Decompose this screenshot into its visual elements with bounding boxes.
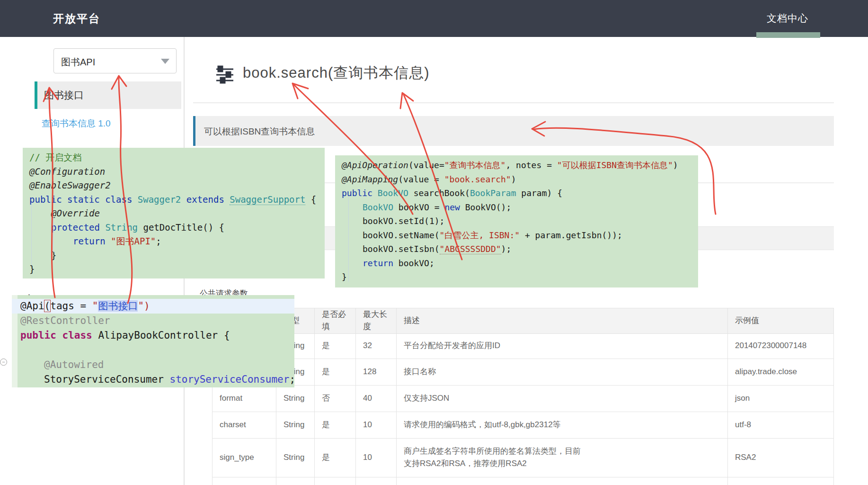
indent-guide [31,203,32,265]
sidebar-item-book-api-group[interactable]: 图书接口 [35,81,181,109]
code-token: "可以根据ISBN查询书本信息" [557,160,673,170]
code-token: extends [186,194,230,205]
code-token: BookVO [363,202,399,212]
code-line: @ApiOperation(value="查询书本信息", notes = "可… [342,158,698,172]
code-token: AlipayBookController { [98,330,230,341]
table-cell: 40 [355,385,396,412]
code-token: ") [138,300,150,312]
table-cell: String [276,412,314,438]
chevron-down-icon [161,59,169,64]
code-snippet-controller: @Api(tags = "图书接口")@RestControllerpublic… [12,295,294,387]
code-line: @Override [29,207,325,221]
code-line: // 开启文档 [29,151,325,165]
table-cell: 32 [355,333,396,359]
table-cell: json [727,385,834,412]
code-token: BookVO [378,188,414,198]
code-token: + param.getIsbn()); [520,230,622,240]
code-token: // 开启文档 [29,152,81,162]
table-cell: utf-8 [727,412,834,438]
code-line: StoryServiceConsumer storyServiceConsume… [20,372,294,387]
code-line: public static class Swagger2 extends Swa… [29,193,325,207]
code-token: protected [51,222,105,233]
code-line: public class AlipayBookController { [20,328,294,343]
code-line: @EnableSwagger2 [29,179,325,193]
nav-item-doc-center[interactable]: 文档中心 [767,12,808,25]
code-line [20,343,294,358]
code-token: public [342,188,378,198]
code-token: , notes = [505,160,557,170]
code-fold-icon: − [0,359,7,366]
code-token: SwaggerSupport [230,194,305,205]
indent-guide [53,217,53,252]
code-token: public static class [29,194,138,205]
code-line: } [342,270,698,284]
table-cell: 接口名称 [396,359,727,385]
code-token: bookVO.setIsbn( [363,244,440,254]
code-token: public class [20,330,98,341]
code-token: ) [673,160,678,170]
sidebar-item-label: 图书接口 [44,89,84,102]
table-header-cell: 最大长度 [355,308,396,333]
sliders-icon [216,64,234,85]
code-token: @EnableSwagger2 [29,180,111,190]
code-token: } [29,264,35,274]
code-token: BookParam [470,188,521,198]
table-cell: String [276,385,314,412]
code-token: @ApiOperation [342,160,408,170]
code-token: storyServiceConsumer [170,374,290,385]
code-token: param) { [521,188,562,198]
code-token: ) [511,174,516,184]
code-token: ( [44,300,51,312]
code-line: } [29,249,325,263]
table-cell: 仅支持JSON [396,385,727,412]
code-token: "ABCSSSSDDD" [440,244,501,254]
code-token: } [342,272,347,282]
code-token: return [363,258,399,268]
code-line: @ApiMapping(value = "book.search") [342,172,698,187]
table-cell: 10 [355,438,396,477]
sidebar-doc-link[interactable]: 查询书本信息 1.0 [42,117,111,130]
table-header-cell: 是否必填 [314,308,355,333]
table-header-cell: 示例值 [727,308,834,333]
code-token: Swagger2 [138,194,181,205]
code-line: @Autowired [20,358,294,372]
api-select-value: 图书API [61,56,95,69]
table-cell: 2014072300007148 [727,333,834,359]
code-token: "图书API" [111,236,156,246]
table-cell: 是 [314,438,355,477]
code-token: "白雪公主, ISBN:" [440,230,520,240]
code-token: "查询书本信息" [444,160,506,170]
table-cell: 商户生成签名字符串所使用的签名算法类型，目前 支持RSA2和RSA，推荐使用RS… [396,438,727,477]
table-cell: 10 [355,412,396,438]
code-line: @Configuration [29,165,325,179]
code-token: BookVO(); [465,202,512,212]
code-token: return [73,236,111,246]
table-cell: sign_type [212,438,276,477]
active-item-marker [35,81,37,109]
table-cell: 128 [355,359,396,385]
code-token: ); [501,244,512,254]
code-line: @Api(tags = "图书接口") [12,299,294,314]
code-token: tags = [50,300,92,312]
code-token: @ApiMapping [342,174,398,184]
code-token: " [92,300,98,312]
code-token: (value = [398,174,444,184]
code-token: "book.search" [444,174,511,184]
code-line: return bookVO; [342,256,698,270]
page: 开放平台 文档中心 图书API 图书接口 查询书本信息 1.0 book.sea… [0,0,868,485]
code-line: BookVO bookVO = new BookVO(); [342,200,698,215]
code-token: @Autowired [44,359,104,370]
code-token: @RestController [20,315,110,326]
code-token: bookVO; [399,258,434,268]
table-cell: 平台分配给开发者的应用ID [396,333,727,359]
public-request-params-table: 参数类型是否必填最大长度描述示例值String是32平台分配给开发者的应用ID2… [212,308,834,485]
api-summary-banner: 可以根据ISBN查询书本信息 [193,116,834,146]
api-select-dropdown[interactable]: 图书API [53,48,177,73]
table-cell: charset [212,412,276,438]
code-token: ; [156,236,161,246]
code-snippet-search-method: @ApiOperation(value="查询书本信息", notes = "可… [335,155,698,287]
code-snippet-swagger-config: // 开启文档@Configuration@EnableSwagger2publ… [23,148,325,278]
code-token: searchBook( [414,188,470,198]
code-token: getDocTitle() { [143,222,224,233]
code-token: 图书接口 [98,300,138,312]
